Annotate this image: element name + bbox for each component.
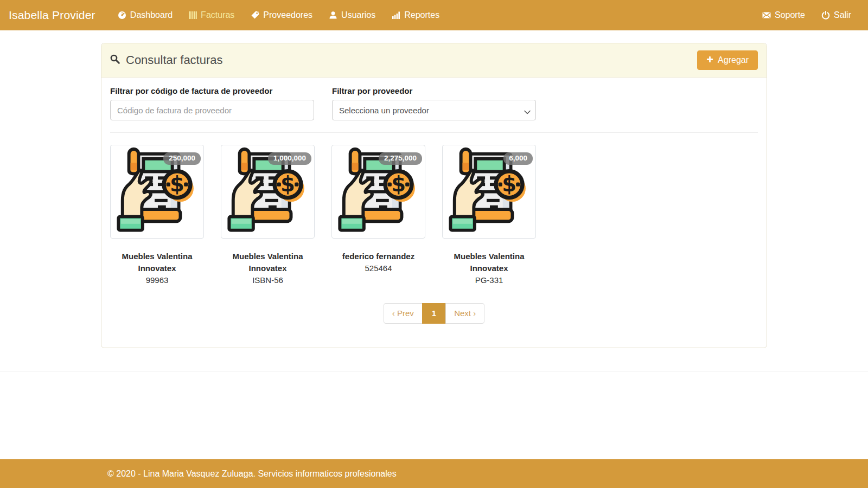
invoice-thumbnail[interactable]: 1,000,000 <box>221 145 315 239</box>
nav-item-usuarios[interactable]: Usuarios <box>321 5 384 25</box>
filter-row: Filtrar por código de factura de proveed… <box>110 86 758 120</box>
provider-filter-label: Filtrar por proveedor <box>332 86 536 95</box>
add-invoice-button[interactable]: Agregar <box>697 50 758 70</box>
amount-badge: 250,000 <box>163 152 201 165</box>
nav-item-label: Facturas <box>201 10 234 20</box>
footer: © 2020 - Lina Maria Vasquez Zuluaga. Ser… <box>0 459 868 488</box>
filters-divider <box>110 132 758 133</box>
content-footer-divider <box>0 371 868 371</box>
invoice-card: 250,000 Muebles Valentina Innovatex 9996… <box>110 145 204 286</box>
invoice-code-input[interactable] <box>110 100 314 120</box>
invoice-provider-name: Muebles Valentina Innovatex <box>110 251 204 274</box>
page-title: Consultar facturas <box>110 53 223 67</box>
panel-header: Consultar facturas Agregar <box>101 43 767 78</box>
nav-item-proveedores[interactable]: Proveedores <box>242 5 321 25</box>
user-icon <box>329 11 337 20</box>
panel-body: Filtrar por código de factura de proveed… <box>101 78 767 348</box>
nav-item-label: Proveedores <box>263 10 312 20</box>
invoice-code: 99963 <box>110 274 204 286</box>
plus-icon <box>706 55 713 65</box>
invoice-thumbnail[interactable]: 250,000 <box>110 145 204 239</box>
invoice-thumbnail[interactable]: 6,000 <box>442 145 536 239</box>
nav-item-label: Dashboard <box>130 10 173 20</box>
tags-icon <box>251 11 259 20</box>
invoice-card: 6,000 Muebles Valentina Innovatex PG-331 <box>442 145 536 286</box>
amount-badge: 6,000 <box>503 152 533 165</box>
power-icon <box>821 11 830 20</box>
footer-copyright: © 2020 - Lina Maria Vasquez Zuluaga. Ser… <box>101 469 767 479</box>
invoice-code: PG-331 <box>442 274 536 286</box>
pagination-prev-button[interactable]: ‹ Prev <box>384 303 423 324</box>
page-content: Consultar facturas Agregar Filtrar por c… <box>0 30 868 459</box>
dashboard-icon <box>118 11 126 20</box>
provider-select[interactable]: Selecciona un proveedor <box>332 100 536 120</box>
nav-item-salir[interactable]: Salir <box>813 5 859 25</box>
pagination: ‹ Prev 1 Next › <box>110 303 758 324</box>
invoice-code: 525464 <box>331 262 425 274</box>
invoice-grid: 250,000 Muebles Valentina Innovatex 9996… <box>110 145 758 286</box>
bar-chart-icon <box>392 11 400 20</box>
nav-item-label: Reportes <box>404 10 439 20</box>
envelope-icon <box>762 11 771 19</box>
provider-select-wrap: Selecciona un proveedor <box>332 100 536 120</box>
invoice-provider-name: federico fernandez <box>331 251 425 262</box>
invoices-panel: Consultar facturas Agregar Filtrar por c… <box>101 43 767 348</box>
nav-right: Soporte Salir <box>754 5 859 25</box>
invoice-card: 2,275,000 federico fernandez 525464 <box>331 145 425 286</box>
nav-item-label: Salir <box>834 10 851 20</box>
nav-item-label: Soporte <box>775 10 805 20</box>
amount-badge: 1,000,000 <box>268 152 311 165</box>
add-button-label: Agregar <box>718 55 749 65</box>
pagination-page-1[interactable]: 1 <box>422 303 446 324</box>
nav-item-facturas[interactable]: Facturas <box>181 5 242 25</box>
nav-item-reportes[interactable]: Reportes <box>384 5 448 25</box>
nav-item-label: Usuarios <box>341 10 375 20</box>
invoice-thumbnail[interactable]: 2,275,000 <box>331 145 425 239</box>
provider-filter: Filtrar por proveedor Selecciona un prov… <box>332 86 536 120</box>
search-icon <box>110 53 120 67</box>
invoice-code: ISBN-56 <box>221 274 315 286</box>
nav-item-dashboard[interactable]: Dashboard <box>110 5 181 25</box>
nav-left: Dashboard Facturas Proveedores Usuarios … <box>110 5 754 25</box>
invoice-provider-name: Muebles Valentina Innovatex <box>442 251 536 274</box>
invoices-icon <box>189 11 197 20</box>
amount-badge: 2,275,000 <box>379 152 422 165</box>
invoice-provider-name: Muebles Valentina Innovatex <box>221 251 315 274</box>
nav-item-soporte[interactable]: Soporte <box>754 5 813 25</box>
invoice-code-filter: Filtrar por código de factura de proveed… <box>110 86 314 120</box>
pagination-next-button[interactable]: Next › <box>445 303 484 324</box>
page-title-text: Consultar facturas <box>126 53 223 67</box>
invoice-card: 1,000,000 Muebles Valentina Innovatex IS… <box>221 145 315 286</box>
top-navbar: Isabella Provider Dashboard Facturas Pro… <box>0 0 868 30</box>
invoice-code-label: Filtrar por código de factura de proveed… <box>110 86 314 95</box>
brand-logo[interactable]: Isabella Provider <box>9 9 95 22</box>
